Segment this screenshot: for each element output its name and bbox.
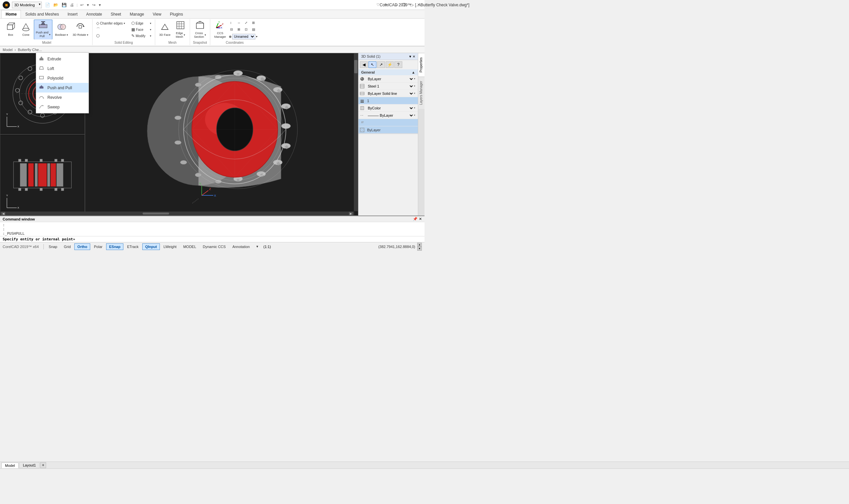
panel-expand-button[interactable]: ▼ <box>409 55 412 58</box>
polar-button[interactable]: Polar <box>91 244 106 250</box>
menu-item-polysolid[interactable]: Polysolid <box>36 73 89 83</box>
lweight-button[interactable]: LWeight <box>161 244 179 250</box>
status-scroll-down[interactable]: ▼ <box>417 247 422 251</box>
panel-select-button[interactable]: ↖ <box>368 61 376 68</box>
tab-annotate[interactable]: Annotate <box>82 10 106 18</box>
grid-button[interactable]: Grid <box>61 244 74 250</box>
edge-mesh-button[interactable]: EdgeMesh ▾ <box>173 20 188 39</box>
properties-tab[interactable]: Properties <box>418 53 424 77</box>
face-dropdown-arrow[interactable]: ▾ <box>150 28 151 31</box>
named-ccs-dropdown[interactable]: ▾ <box>256 35 257 38</box>
redo-button[interactable]: ↪ <box>91 2 97 8</box>
material-dropdown[interactable]: ▾ <box>414 85 418 88</box>
viewport-hscroll[interactable]: ◀ ▶ <box>0 212 354 216</box>
boolean-dropdown-arrow[interactable]: ▾ <box>67 34 68 36</box>
panel-add-button[interactable]: ↗ <box>377 61 385 68</box>
color-dropdown[interactable]: ▾ <box>414 77 418 80</box>
viewport-bottom-left[interactable]: X Y <box>0 134 85 216</box>
edge-tool-button[interactable]: ⬡ Edge ▾ <box>130 20 153 26</box>
new-file-button[interactable]: 📄 <box>44 2 51 8</box>
3d-face-button[interactable]: 3D Face <box>157 20 173 39</box>
coord-btn-7[interactable]: ⊡ <box>243 26 250 33</box>
layer-dropdown[interactable]: ▾ <box>414 92 418 95</box>
hscroll-right[interactable]: ▶ <box>349 212 353 215</box>
cross-section-button[interactable]: CrossSection ▾ <box>192 20 208 39</box>
panel-close-button[interactable]: ✕ <box>413 55 415 58</box>
coord-btn-2[interactable]: ↔ <box>236 20 243 26</box>
ccs-manager-button[interactable]: X Y Z CCSManager <box>212 20 228 39</box>
box-button[interactable]: Box <box>3 20 18 39</box>
chamfer-edges-button[interactable]: ◇ Chamfer edges ▾ <box>94 20 127 26</box>
layer-linetype-selector[interactable]: ByLayer Solid line <box>366 91 414 96</box>
workspace-selector[interactable]: 3D Modeling <box>12 2 42 8</box>
coord-btn-4[interactable]: ⊞ <box>251 20 257 26</box>
tab-sheet[interactable]: Sheet <box>106 10 125 18</box>
coord-btn-3[interactable]: ⤢ <box>243 20 250 26</box>
plotstyle-dropdown[interactable]: ▾ <box>414 106 418 109</box>
section-header-general[interactable]: General ▲ <box>359 69 418 75</box>
viewport-main[interactable]: X Y Z <box>85 53 358 216</box>
snap-button[interactable]: Snap <box>46 244 60 250</box>
print-button[interactable]: 🖨 <box>69 2 75 8</box>
material-selector[interactable]: Steel 1 <box>366 84 414 89</box>
push-pull-dropdown-arrow[interactable]: ▾ <box>49 33 50 36</box>
face-tool-button[interactable]: ▦ Face ▾ <box>130 26 153 33</box>
save-button[interactable]: 💾 <box>60 2 68 8</box>
breadcrumb-file[interactable]: Butterfly Che... <box>18 48 42 52</box>
tab-insert[interactable]: Insert <box>64 10 82 18</box>
hscroll-left[interactable]: ◀ <box>1 212 5 215</box>
panel-lightning-button[interactable]: ⚡ <box>386 61 394 68</box>
menu-item-push-pull[interactable]: Push and Pull <box>36 83 89 92</box>
tab-manage[interactable]: Manage <box>125 10 148 18</box>
coord-btn-5[interactable]: ⊟ <box>229 26 235 33</box>
annotation-dropdown[interactable]: ▾ <box>253 244 261 250</box>
tab-solids-meshes[interactable]: Solids and Meshes <box>21 10 63 18</box>
annotation-button[interactable]: Annotation <box>230 244 253 250</box>
status-scroll-up[interactable]: ▲ <box>417 243 422 247</box>
cross-section-dropdown-arrow[interactable]: ▾ <box>205 34 206 36</box>
breadcrumb-model[interactable]: Model <box>3 48 13 52</box>
redo-dropdown[interactable]: ▾ <box>97 2 102 8</box>
menu-item-revolve[interactable]: Revolve <box>36 92 89 102</box>
fillet-button[interactable]: ⌒ <box>94 26 127 33</box>
layers-manager-tab[interactable]: Layers Manager <box>418 77 424 109</box>
shell-button[interactable]: ⬡ <box>94 33 127 39</box>
modify-tool-button[interactable]: ✎ Modify ▾ <box>130 33 153 39</box>
tab-plugins[interactable]: Plugins <box>165 10 187 18</box>
command-prompt[interactable]: Specify entity or internal point» <box>0 236 424 242</box>
color-selector[interactable]: ByLayer <box>366 77 414 81</box>
tab-view[interactable]: View <box>149 10 166 18</box>
push-pull-button[interactable]: Push andPull ▾ <box>34 20 52 39</box>
chamfer-dropdown-arrow[interactable]: ▾ <box>124 22 125 25</box>
panel-help-button[interactable]: ? <box>394 61 402 68</box>
etrack-button[interactable]: ETrack <box>124 244 141 250</box>
dynamic-ccs-button[interactable]: Dynamic CCS <box>200 244 229 250</box>
plotstyle-selector[interactable]: ByColor <box>366 106 414 110</box>
ltscale-dropdown[interactable]: ▾ <box>414 114 418 117</box>
3d-rotate-dropdown-arrow[interactable]: ▾ <box>87 34 88 36</box>
boolean-button[interactable]: Boolean ▾ <box>53 20 70 39</box>
undo-dropdown[interactable]: ▾ <box>86 2 90 8</box>
esnap-button[interactable]: ESnap <box>106 244 123 250</box>
3d-rotate-button[interactable]: 3D Rotate ▾ <box>71 20 90 39</box>
qinput-button[interactable]: QInput <box>142 244 160 250</box>
menu-item-extrude[interactable]: Extrude <box>36 54 89 64</box>
menu-item-sweep[interactable]: Sweep <box>36 102 89 112</box>
edge-dropdown-arrow[interactable]: ▾ <box>150 22 151 25</box>
model-button[interactable]: MODEL <box>180 244 199 250</box>
menu-item-loft[interactable]: Loft <box>36 64 89 73</box>
ltscale-selector[interactable]: ——— ByLayer <box>366 113 414 118</box>
cmd-pin-button[interactable]: 📌 <box>413 217 417 221</box>
viewport-vscroll[interactable] <box>354 53 358 211</box>
modify-dropdown-arrow[interactable]: ▾ <box>150 35 151 37</box>
cone-button[interactable]: Cone <box>19 20 33 39</box>
ortho-button[interactable]: Ortho <box>74 244 90 250</box>
panel-back-button[interactable]: ◀ <box>360 61 368 68</box>
edge-mesh-dropdown-arrow[interactable]: ▾ <box>184 34 185 36</box>
coord-btn-1[interactable]: ↕ <box>229 20 235 26</box>
coord-btn-8[interactable]: ▤ <box>251 26 257 33</box>
tab-home[interactable]: Home <box>1 10 21 18</box>
named-ccs-selector[interactable]: Unnamed <box>232 34 255 39</box>
undo-button[interactable]: ↩ <box>79 2 85 8</box>
open-file-button[interactable]: 📂 <box>52 2 60 8</box>
